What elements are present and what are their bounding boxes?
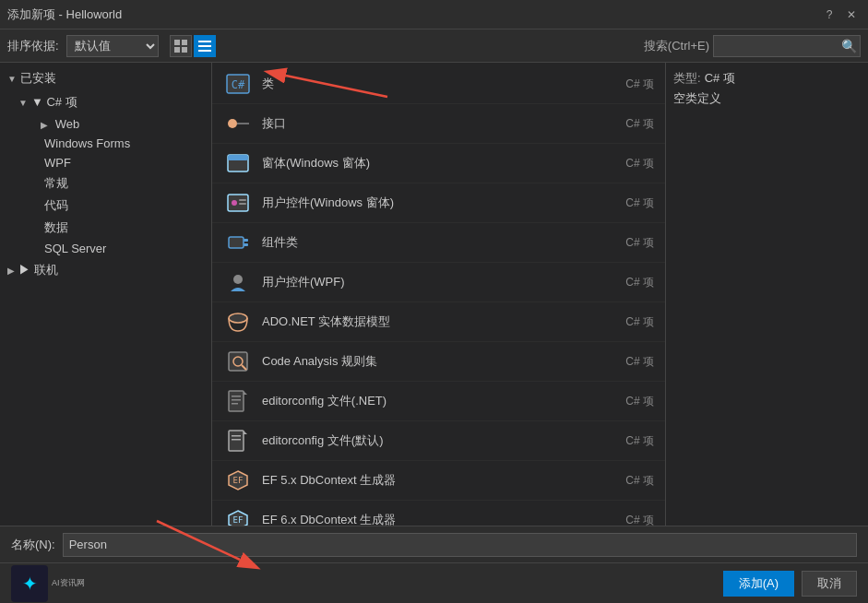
list-item[interactable]: C# 类 C# 项 <box>212 65 665 104</box>
item-icon: C# <box>223 69 253 99</box>
toolbar: 排序依据: 默认值 搜索(Ctrl+E) 🔍 <box>0 30 868 63</box>
definition-row: 空类定义 <box>673 90 861 107</box>
sidebar-item-data[interactable]: 数据 <box>0 217 211 239</box>
svg-marker-31 <box>244 431 247 434</box>
item-tag: C# 项 <box>625 77 654 92</box>
item-tag: C# 项 <box>625 354 654 370</box>
sidebar-item-wpf[interactable]: WPF <box>0 153 211 172</box>
svg-rect-18 <box>244 239 248 242</box>
csharp-expand-icon: ▼ <box>18 98 28 108</box>
sidebar-csharp[interactable]: ▼ ▼ C# 项 <box>0 90 211 114</box>
item-tag: C# 项 <box>625 513 654 526</box>
item-icon <box>223 228 253 257</box>
item-icon <box>223 347 253 376</box>
right-panel: 类型: C# 项 空类定义 <box>665 63 868 526</box>
item-icon <box>223 267 253 297</box>
item-tag: C# 项 <box>625 195 654 211</box>
svg-rect-15 <box>239 199 246 201</box>
list-item[interactable]: Code Analysis 规则集 C# 项 <box>212 342 665 382</box>
svg-rect-33 <box>232 439 241 441</box>
search-wrap: 🔍 <box>713 35 861 57</box>
item-name: 组件类 <box>262 234 625 251</box>
svg-rect-6 <box>198 50 211 52</box>
svg-point-20 <box>233 275 243 284</box>
list-item[interactable]: EF EF 5.x DbContext 生成器 C# 项 <box>212 461 665 501</box>
svg-rect-4 <box>198 41 211 42</box>
installed-label: 已安装 <box>20 70 56 87</box>
item-name: EF 5.x DbContext 生成器 <box>262 472 625 489</box>
svg-point-14 <box>232 200 237 206</box>
svg-rect-30 <box>229 431 244 451</box>
help-button[interactable]: ? <box>820 6 838 24</box>
sidebar-item-code[interactable]: 代码 <box>0 195 211 217</box>
item-icon <box>223 148 253 178</box>
sidebar: ▼ 已安装 ▼ ▼ C# 项 ▶ Web Windows Forms WPF 常… <box>0 63 212 526</box>
svg-text:C#: C# <box>232 78 245 91</box>
svg-rect-12 <box>228 155 248 160</box>
svg-rect-3 <box>182 47 187 53</box>
view-toggle <box>170 35 216 57</box>
item-name: 用户控件(WPF) <box>262 274 625 290</box>
list-item[interactable]: editorconfig 文件(.NET) C# 项 <box>212 382 665 421</box>
expand-icon: ▼ <box>7 74 17 84</box>
item-tag: C# 项 <box>625 433 654 449</box>
svg-point-9 <box>228 119 237 128</box>
connected-expand-icon: ▶ <box>7 266 15 276</box>
sidebar-item-windows-forms[interactable]: Windows Forms <box>0 134 211 153</box>
dialog: 排序依据: 默认值 搜索(Ctrl+E) 🔍 <box>0 30 868 603</box>
type-row: 类型: C# 项 <box>673 70 861 87</box>
titlebar: 添加新项 - Helloworld ? ✕ <box>0 0 868 30</box>
list-item[interactable]: 组件类 C# 项 <box>212 223 665 263</box>
name-bar: 名称(N): <box>0 526 868 562</box>
list-item[interactable]: 接口 C# 项 <box>212 104 665 144</box>
item-tag: C# 项 <box>625 156 654 171</box>
item-icon <box>223 307 253 337</box>
item-name: 用户控件(Windows 窗体) <box>262 195 625 211</box>
item-name: editorconfig 文件(.NET) <box>262 393 625 409</box>
connected-label: ▶ 联机 <box>18 262 58 278</box>
item-icon: EF <box>223 466 253 495</box>
type-label: 类型: <box>673 70 701 87</box>
item-icon <box>223 426 253 455</box>
svg-rect-2 <box>174 47 180 53</box>
item-icon <box>223 188 253 218</box>
sidebar-item-sql[interactable]: SQL Server <box>0 239 211 258</box>
close-button[interactable]: ✕ <box>842 6 861 24</box>
item-tag: C# 项 <box>625 116 654 132</box>
svg-rect-25 <box>229 391 244 411</box>
svg-rect-5 <box>198 45 211 47</box>
list-item[interactable]: ADO.NET 实体数据模型 C# 项 <box>212 302 665 342</box>
sidebar-item-normal[interactable]: 常规 <box>0 172 211 195</box>
svg-rect-16 <box>239 203 246 205</box>
name-input[interactable] <box>63 533 857 557</box>
list-item[interactable]: 用户控件(WPF) C# 项 <box>212 263 665 302</box>
sidebar-connected[interactable]: ▶ ▶ 联机 <box>0 258 211 282</box>
svg-rect-1 <box>182 40 187 45</box>
item-tag: C# 项 <box>625 235 654 251</box>
item-name: EF 6.x DbContext 生成器 <box>262 512 625 526</box>
list-view-button[interactable] <box>194 35 216 57</box>
grid-view-button[interactable] <box>170 35 192 57</box>
search-input[interactable] <box>713 35 861 57</box>
item-icon: EF <box>223 505 253 526</box>
items-list: C# 类 C# 项 接口 C# 项 窗体(Windows 窗体) C# 项 用户… <box>212 63 665 526</box>
list-item[interactable]: 窗体(Windows 窗体) C# 项 <box>212 144 665 183</box>
search-label: 搜索(Ctrl+E) <box>644 38 709 54</box>
sidebar-installed[interactable]: ▼ 已安装 <box>0 66 211 90</box>
sort-label: 排序依据: <box>7 38 59 54</box>
item-name: editorconfig 文件(默认) <box>262 432 625 449</box>
item-icon <box>223 386 253 416</box>
definition-label: 空类定义 <box>673 90 721 107</box>
svg-rect-32 <box>232 435 241 437</box>
item-name: ADO.NET 实体数据模型 <box>262 313 625 330</box>
list-item[interactable]: 用户控件(Windows 窗体) C# 项 <box>212 183 665 223</box>
list-item[interactable]: editorconfig 文件(默认) C# 项 <box>212 421 665 461</box>
add-button[interactable]: 添加(A) <box>723 571 794 597</box>
svg-rect-19 <box>244 243 248 246</box>
item-tag: C# 项 <box>625 275 654 290</box>
sidebar-item-web[interactable]: ▶ Web <box>0 114 211 134</box>
list-item[interactable]: EF EF 6.x DbContext 生成器 C# 项 <box>212 501 665 526</box>
sort-select[interactable]: 默认值 <box>66 35 159 57</box>
cancel-button[interactable]: 取消 <box>802 571 857 597</box>
item-tag: C# 项 <box>625 394 654 409</box>
